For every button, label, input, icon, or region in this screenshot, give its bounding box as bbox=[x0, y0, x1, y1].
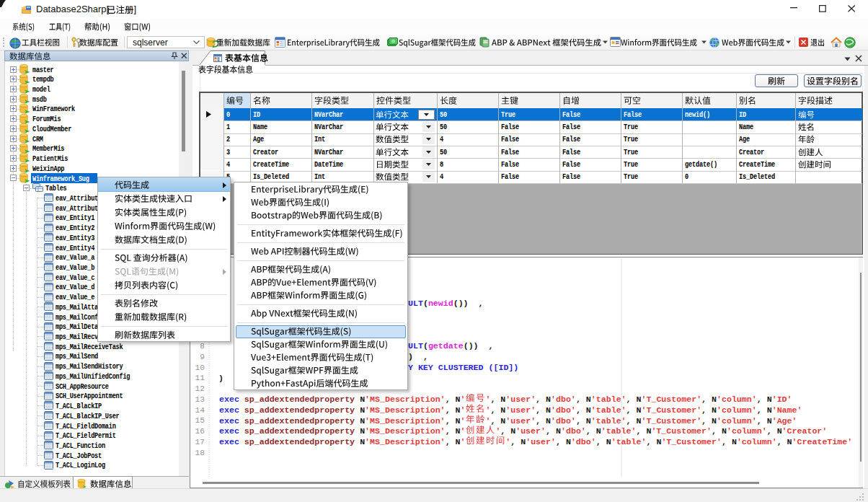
svg-text:N: N bbox=[566, 437, 571, 446]
svg-text:,: , bbox=[423, 352, 428, 361]
svg-text:'column': 'column' bbox=[717, 395, 757, 404]
svg-text:'T_Customer': 'T_Customer' bbox=[642, 395, 702, 404]
svg-text:N: N bbox=[637, 405, 642, 415]
svg-text:'T_Customer': 'T_Customer' bbox=[642, 405, 702, 415]
svg-text:sp_addextendedproperty: sp_addextendedproperty bbox=[244, 395, 355, 404]
svg-text:'dbo': 'dbo' bbox=[551, 405, 576, 415]
svg-text:'T_Customer': 'T_Customer' bbox=[661, 437, 722, 446]
svg-text:N: N bbox=[500, 405, 505, 415]
svg-text:N: N bbox=[606, 437, 611, 446]
svg-text:N: N bbox=[637, 395, 642, 404]
svg-text:N: N bbox=[456, 416, 461, 426]
svg-text:'table': 'table' bbox=[611, 437, 647, 446]
svg-text:,: , bbox=[757, 395, 762, 404]
svg-text:N: N bbox=[767, 405, 772, 415]
svg-text:ULT: ULT bbox=[408, 341, 423, 351]
svg-text:,: , bbox=[489, 341, 494, 351]
svg-text:): ) bbox=[218, 374, 223, 383]
svg-text:'user': 'user' bbox=[526, 437, 556, 446]
svg-text:'MS_Description': 'MS_Description' bbox=[365, 395, 445, 404]
svg-text:N: N bbox=[767, 395, 772, 404]
svg-text:'table': 'table' bbox=[591, 416, 626, 426]
svg-text:,: , bbox=[446, 426, 451, 436]
svg-text:'MS_Description': 'MS_Description' bbox=[365, 416, 445, 426]
svg-text:N: N bbox=[586, 405, 591, 415]
svg-text:,: , bbox=[626, 395, 632, 404]
svg-text:8: 8 bbox=[200, 342, 205, 351]
svg-text:N: N bbox=[586, 395, 591, 404]
svg-text:,: , bbox=[576, 395, 581, 404]
svg-text:sp_addextendedproperty: sp_addextendedproperty bbox=[244, 437, 355, 446]
svg-text:getdate: getdate bbox=[428, 341, 464, 351]
svg-text:N: N bbox=[586, 416, 591, 426]
svg-text:N: N bbox=[500, 416, 505, 426]
svg-text:sp_addextendedproperty: sp_addextendedproperty bbox=[244, 426, 355, 436]
svg-text:11: 11 bbox=[195, 374, 205, 382]
svg-text:14: 14 bbox=[195, 406, 205, 415]
svg-text:N: N bbox=[637, 416, 642, 426]
svg-text:'dbo': 'dbo' bbox=[551, 395, 576, 404]
svg-text:': ' bbox=[485, 416, 490, 426]
svg-text:,: , bbox=[510, 437, 515, 446]
svg-text:N: N bbox=[456, 437, 461, 446]
svg-text:'user': 'user' bbox=[505, 416, 536, 426]
svg-text:'MS_Description': 'MS_Description' bbox=[365, 426, 445, 436]
svg-text:exec: exec bbox=[219, 405, 239, 415]
svg-text:12: 12 bbox=[195, 384, 205, 393]
svg-text:'table': 'table' bbox=[591, 405, 626, 415]
svg-text:,: , bbox=[701, 416, 707, 426]
svg-text:'column': 'column' bbox=[717, 416, 757, 426]
svg-text:': ' bbox=[461, 395, 466, 404]
svg-text:': ' bbox=[461, 405, 466, 415]
svg-text:'column': 'column' bbox=[737, 437, 777, 446]
svg-text:17: 17 bbox=[195, 438, 205, 446]
svg-text:,: , bbox=[637, 426, 642, 436]
svg-text:N: N bbox=[722, 426, 727, 436]
svg-text:exec: exec bbox=[219, 426, 239, 436]
svg-text:exec: exec bbox=[219, 437, 239, 446]
svg-text:,: , bbox=[479, 299, 484, 308]
svg-text:'MS_Description': 'MS_Description' bbox=[365, 437, 445, 446]
svg-text:15: 15 bbox=[195, 416, 205, 425]
svg-text:,: , bbox=[576, 405, 581, 415]
svg-text:(: ( bbox=[423, 341, 428, 351]
svg-text:'dbo': 'dbo' bbox=[551, 416, 576, 426]
svg-text:'column': 'column' bbox=[727, 426, 767, 436]
svg-text:N: N bbox=[456, 426, 461, 436]
svg-text:,: , bbox=[647, 437, 652, 446]
svg-text:'Name': 'Name' bbox=[772, 405, 802, 415]
svg-text:,: , bbox=[536, 405, 541, 415]
svg-text:N: N bbox=[656, 437, 661, 446]
svg-text:,: , bbox=[757, 405, 762, 415]
svg-text:'CreateTime': 'CreateTime' bbox=[792, 437, 853, 446]
svg-text:'T_Customer': 'T_Customer' bbox=[651, 426, 712, 436]
svg-text:,: , bbox=[556, 437, 561, 446]
svg-text:18: 18 bbox=[195, 449, 205, 457]
svg-text:': ' bbox=[461, 416, 466, 426]
svg-text:'Creator': 'Creator' bbox=[782, 426, 828, 436]
svg-text:ULT: ULT bbox=[408, 299, 423, 308]
svg-text:,: , bbox=[767, 426, 772, 436]
svg-text:,: , bbox=[536, 416, 541, 426]
svg-text:,: , bbox=[536, 395, 541, 404]
svg-text:,: , bbox=[586, 426, 591, 436]
svg-text:'table': 'table' bbox=[591, 395, 626, 404]
svg-text:,: , bbox=[722, 437, 727, 446]
svg-text:'dbo': 'dbo' bbox=[561, 426, 586, 436]
svg-text:()): ()) bbox=[464, 341, 479, 351]
svg-text:': ' bbox=[485, 405, 490, 415]
svg-text:,: , bbox=[446, 416, 451, 426]
svg-text:sp_addextendedproperty: sp_addextendedproperty bbox=[244, 416, 355, 426]
svg-text:'T_Customer': 'T_Customer' bbox=[642, 416, 702, 426]
svg-text:,: , bbox=[626, 405, 632, 415]
svg-text:newid: newid bbox=[428, 299, 453, 308]
svg-text:N: N bbox=[556, 426, 561, 436]
svg-text:'table': 'table' bbox=[601, 426, 637, 436]
svg-text:,: , bbox=[490, 416, 495, 426]
svg-text:,: , bbox=[701, 405, 707, 415]
svg-text:': ' bbox=[505, 437, 510, 446]
svg-text:'user': 'user' bbox=[515, 426, 546, 436]
svg-text:N: N bbox=[787, 437, 792, 446]
svg-text:,: , bbox=[446, 395, 451, 404]
svg-text:'ID': 'ID' bbox=[772, 395, 792, 404]
